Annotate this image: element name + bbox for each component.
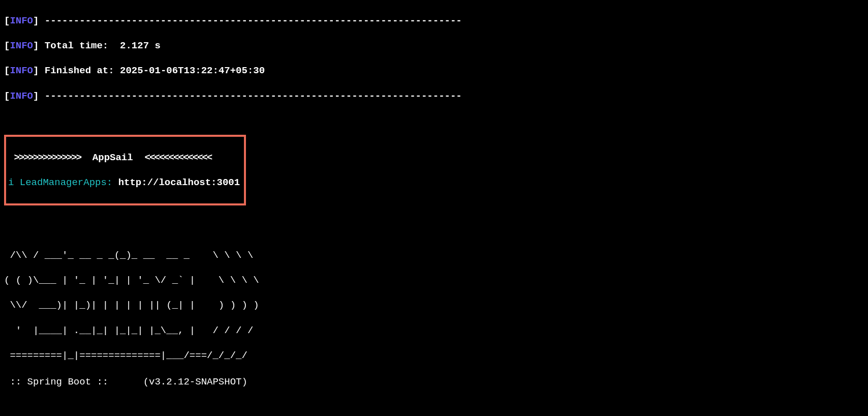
total-time-value: 2.127 s [120,40,161,51]
dash-separator: ----------------------------------------… [45,91,462,102]
ascii-line: /\\ / ___'_ __ _ _(_)_ __ __ _ \ \ \ \ [4,249,864,262]
spring-boot-banner: /\\ / ___'_ __ _ _(_)_ __ __ _ \ \ \ \ (… [4,236,864,401]
appsail-highlight-box: >>>>>>>>>>>>>> AppSail <<<<<<<<<<<<<< i … [4,135,246,205]
total-time-label: Total time: [45,40,120,51]
info-icon: i [8,177,14,188]
ascii-line: ( ( )\___ | '_ | '_| | '_ \/ _` | \ \ \ … [4,274,864,287]
info-line-dashes-bottom: [INFO] ---------------------------------… [4,90,864,103]
app-label: LeadManagerApps: [20,177,112,188]
ascii-line: ' |____| .__|_| |_|_| |_\__, | / / / / [4,324,864,337]
info-tag: INFO [10,40,33,51]
info-line-total-time: [INFO] Total time: 2.127 s [4,40,864,52]
appsail-url-line: i LeadManagerApps: http://localhost:3001 [8,176,240,189]
appsail-title: AppSail [92,152,133,163]
finished-at-value: 2025-01-06T13:22:47+05:30 [120,65,265,76]
spring-boot-version: :: Spring Boot :: (v3.2.12-SNAPSHOT) [4,376,864,389]
ascii-line: =========|_|==============|___/===/_/_/_… [4,349,864,362]
info-line-dashes-top: [INFO] ---------------------------------… [4,15,864,27]
arrows-right: <<<<<<<<<<<<<< [145,152,212,163]
appsail-header: >>>>>>>>>>>>>> AppSail <<<<<<<<<<<<<< [8,152,240,164]
arrows-left: >>>>>>>>>>>>>> [14,152,81,163]
local-url[interactable]: http://localhost:3001 [118,177,240,188]
info-tag: INFO [10,15,33,26]
info-tag: INFO [10,91,33,102]
finished-at-label: Finished at: [45,65,120,76]
info-line-finished-at: [INFO] Finished at: 2025-01-06T13:22:47+… [4,65,864,77]
info-tag: INFO [10,65,33,76]
terminal-output: [INFO] ---------------------------------… [0,0,868,416]
ascii-line: \\/ ___)| |_)| | | | | || (_| | ) ) ) ) [4,299,864,312]
dash-separator: ----------------------------------------… [45,15,462,26]
